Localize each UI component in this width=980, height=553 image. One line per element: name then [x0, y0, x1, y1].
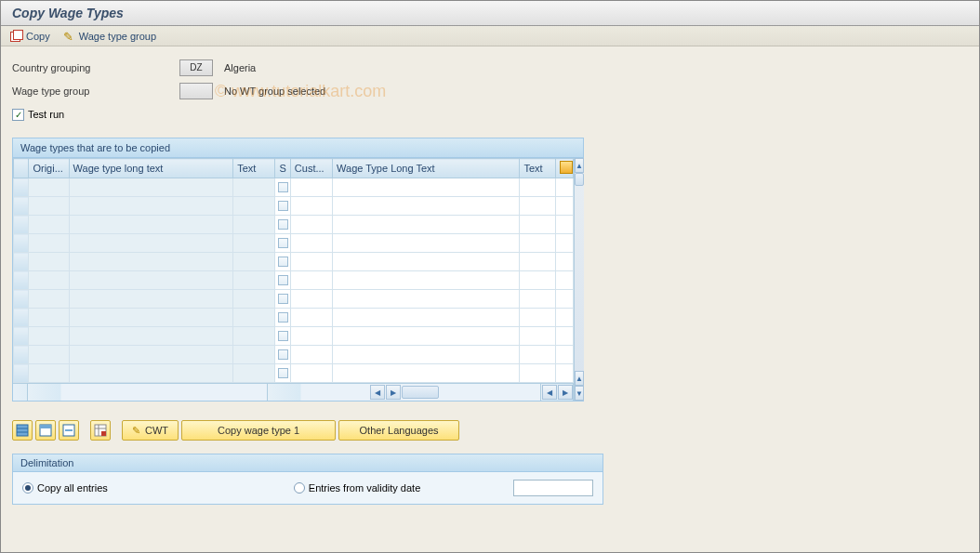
copy-label: Copy — [26, 31, 50, 42]
vscroll-track[interactable] — [575, 173, 584, 371]
copy-wage-type-1-button[interactable]: Copy wage type 1 — [181, 420, 336, 441]
s-checkbox[interactable] — [278, 201, 288, 211]
s-checkbox[interactable] — [278, 182, 288, 192]
s-checkbox[interactable] — [278, 349, 288, 360]
select-all-button[interactable] — [12, 420, 33, 441]
col-wage-type-long-text-2[interactable]: Wage Type Long Text — [333, 159, 520, 178]
validity-date-input[interactable] — [513, 480, 593, 496]
table-icon — [94, 424, 107, 437]
cwt-label: CWT — [145, 425, 168, 436]
deselect-all-button[interactable] — [35, 420, 56, 441]
test-run-checkbox[interactable]: ✓ — [12, 109, 24, 121]
table-row[interactable] — [14, 271, 574, 290]
test-run-checkbox-wrap[interactable]: ✓ Test run — [12, 109, 64, 121]
toolbar: Copy Wage type group — [1, 26, 979, 46]
country-grouping-row: Country grouping DZ Algeria — [12, 58, 968, 78]
svg-rect-4 — [40, 425, 51, 428]
copy-all-entries-radio[interactable]: Copy all entries — [22, 482, 108, 494]
copy-icon — [10, 30, 22, 42]
scroll-right-icon[interactable]: ▶ — [558, 385, 573, 400]
s-checkbox[interactable] — [278, 219, 288, 230]
s-checkbox[interactable] — [278, 294, 288, 304]
scroll-up-icon[interactable]: ▲ — [575, 158, 584, 173]
copy-all-label: Copy all entries — [37, 482, 108, 494]
test-run-label: Test run — [28, 109, 64, 120]
vscroll-thumb[interactable] — [575, 173, 584, 186]
table-row[interactable] — [14, 178, 574, 197]
hscroll-right-group[interactable]: ◀ ▶ — [541, 384, 574, 401]
scroll-left-icon[interactable]: ◀ — [542, 385, 557, 400]
table-row[interactable] — [14, 364, 574, 383]
pencil-icon — [63, 30, 75, 42]
col-text[interactable]: Text — [233, 159, 275, 178]
vertical-scrollbar[interactable]: ▲ ▲ ▼ — [574, 158, 584, 401]
delimitation-title: Delimitation — [13, 454, 603, 472]
wage-type-group-label: Wage type group — [79, 31, 156, 42]
table-row[interactable] — [14, 290, 574, 309]
s-checkbox[interactable] — [278, 238, 288, 248]
radio-icon — [22, 482, 33, 494]
hscroll-left-group[interactable]: ◀ ▶ — [268, 384, 541, 401]
table-row[interactable] — [14, 309, 574, 327]
table-row[interactable] — [14, 253, 574, 271]
col-selector[interactable] — [14, 159, 29, 178]
table-header-row: Origi... Wage type long text Text S Cust… — [14, 159, 574, 178]
country-grouping-text: Algeria — [224, 62, 256, 73]
table-row[interactable] — [14, 346, 574, 364]
wage-type-group-row: Wage type group No WT group selected — [12, 81, 968, 101]
s-checkbox[interactable] — [278, 368, 288, 378]
scroll-right-icon[interactable]: ▶ — [386, 385, 401, 400]
table-row[interactable] — [14, 234, 574, 253]
country-grouping-input[interactable]: DZ — [179, 59, 213, 76]
copy-wage-type-1-label: Copy wage type 1 — [218, 425, 299, 436]
grid-title: Wage types that are to be copied — [13, 138, 583, 158]
scroll-up-step-icon[interactable]: ▲ — [575, 371, 584, 386]
wage-type-group-field-label: Wage type group — [12, 86, 179, 97]
s-checkbox[interactable] — [278, 257, 288, 267]
entries-from-label: Entries from validity date — [309, 482, 420, 494]
table-row[interactable] — [14, 216, 574, 234]
col-text-2[interactable]: Text — [520, 159, 556, 178]
wage-type-group-button[interactable]: Wage type group — [63, 30, 156, 42]
button-row: ✎ CWT Copy wage type 1 Other Languages — [12, 420, 968, 441]
country-grouping-label: Country grouping — [12, 62, 179, 73]
svg-rect-10 — [101, 431, 106, 436]
entries-from-validity-radio[interactable]: Entries from validity date — [294, 482, 420, 494]
wage-type-group-text: No WT group selected — [224, 86, 325, 97]
other-languages-label: Other Languages — [360, 425, 439, 436]
wage-types-table: Origi... Wage type long text Text S Cust… — [13, 158, 574, 383]
col-cust[interactable]: Cust... — [290, 159, 332, 178]
col-origi[interactable]: Origi... — [29, 159, 69, 178]
grid-highlight-icon — [39, 424, 52, 437]
configure-columns-icon[interactable] — [560, 161, 573, 174]
s-checkbox[interactable] — [278, 331, 288, 341]
col-wage-type-long-text[interactable]: Wage type long text — [69, 159, 233, 178]
test-run-row: ✓ Test run — [12, 104, 968, 125]
radio-icon — [294, 482, 305, 494]
edit-icon: ✎ — [132, 425, 140, 437]
grid-container: Wage types that are to be copied — [12, 138, 584, 402]
scroll-left-icon[interactable]: ◀ — [370, 385, 385, 400]
grid-icon — [16, 424, 29, 437]
table-row[interactable] — [14, 197, 574, 216]
delete-row-button[interactable] — [59, 420, 79, 441]
col-configure[interactable] — [556, 159, 574, 178]
other-languages-button[interactable]: Other Languages — [338, 420, 459, 441]
page-title: Copy Wage Types — [1, 1, 979, 26]
horizontal-scroll-row: ◀ ▶ ◀ ▶ — [13, 383, 574, 401]
table-row[interactable] — [14, 327, 574, 346]
svg-rect-0 — [17, 425, 28, 436]
table-settings-button[interactable] — [90, 420, 111, 441]
grid-minus-icon — [62, 424, 75, 437]
scroll-down-icon[interactable]: ▼ — [575, 386, 584, 401]
s-checkbox[interactable] — [278, 275, 288, 285]
cwt-button[interactable]: ✎ CWT — [122, 420, 179, 441]
hscroll-thumb[interactable] — [402, 386, 439, 399]
copy-button[interactable]: Copy — [10, 30, 50, 42]
content-area: © www.tutorialkart.com Country grouping … — [1, 46, 979, 516]
delimitation-panel: Delimitation Copy all entries Entries fr… — [12, 454, 603, 505]
col-s[interactable]: S — [275, 159, 290, 178]
s-checkbox[interactable] — [278, 312, 288, 323]
wage-type-group-input[interactable] — [179, 83, 213, 99]
